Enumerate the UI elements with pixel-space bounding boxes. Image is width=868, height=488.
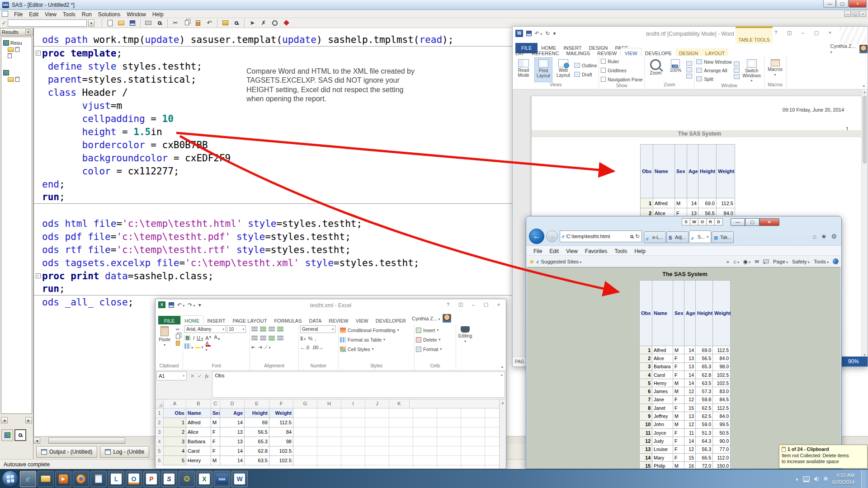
zoom-button[interactable]: Zoom (646, 57, 665, 82)
command-input[interactable] (8, 19, 87, 27)
taskbar-file-explorer[interactable] (38, 471, 54, 487)
grid-cell[interactable]: F (211, 427, 220, 437)
draft-button[interactable]: Draft (574, 70, 597, 78)
grid-cell[interactable]: 65.3 (245, 437, 269, 446)
taskbar-notepad[interactable] (90, 471, 107, 487)
grid-cell[interactable]: 1 (164, 418, 186, 427)
grid-cell[interactable]: 102.5 (269, 446, 293, 456)
grid-cell[interactable]: 102.5 (269, 456, 293, 465)
letter-button-d[interactable]: D (714, 218, 723, 225)
safety-menu[interactable]: Safety (792, 259, 810, 264)
account-area[interactable]: Cynthia Z... (830, 43, 868, 56)
format-painter-icon[interactable] (174, 340, 181, 346)
taskbar-sas-app[interactable]: S (161, 471, 177, 487)
insert-function-icon[interactable]: fx (205, 373, 208, 379)
read-mail-icon[interactable]: ✉ (755, 258, 759, 265)
sas-menu-item[interactable]: Edit (26, 11, 42, 18)
excel-grid[interactable]: ABCDEFGHIJK 1ObsNameSexAgeHeightWeight21… (156, 399, 500, 469)
undo-icon[interactable]: ↶ (204, 19, 214, 27)
search-icon[interactable] (630, 235, 633, 238)
decrease-font-icon[interactable]: A▼ (214, 334, 221, 341)
mdi-restore-button[interactable]: ▢ (852, 11, 859, 17)
grid-cell[interactable]: 3 (164, 437, 186, 446)
grid-cell[interactable]: 4 (164, 446, 186, 456)
grid-cell[interactable]: 56.5 (245, 427, 269, 437)
tab-close-icon[interactable]: ✕ (706, 235, 709, 239)
word-zoom-badge[interactable]: 90% (840, 357, 868, 366)
ribbon-options-icon[interactable]: ◫ (783, 28, 795, 37)
show-desktop-button[interactable] (861, 470, 866, 488)
results-scrollbar[interactable]: ◀ ▶ (1, 417, 32, 424)
grid-cell[interactable]: 13 (220, 437, 245, 446)
browser-tab-active[interactable]: eS...✕ (689, 230, 711, 243)
align-right-icon[interactable] (269, 336, 275, 341)
maximize-button[interactable]: ▢ (811, 28, 822, 37)
minimize-button[interactable]: — (823, 0, 836, 8)
add-favorite-icon[interactable]: ★ (529, 258, 535, 265)
browse-icon[interactable] (231, 19, 241, 27)
grid-cell[interactable]: M (211, 418, 220, 427)
navigation-pane-checkbox[interactable]: Navigation Pane (601, 75, 642, 83)
sas-menu-item[interactable]: Help (149, 11, 167, 18)
taskbar-powerpoint[interactable]: P (143, 471, 160, 487)
align-middle-icon[interactable] (260, 327, 266, 332)
grid-cell[interactable]: Age (220, 408, 245, 418)
avatar[interactable] (859, 45, 868, 53)
minimize-button[interactable]: – (797, 28, 809, 37)
italic-button[interactable]: I (193, 335, 194, 341)
outline-button[interactable]: Outline (574, 61, 597, 69)
address-bar[interactable]: e C:\temp\testht.html ↻ (560, 230, 642, 242)
zoom-100-button[interactable]: 100% (666, 57, 684, 82)
grid-cell[interactable]: Weight (269, 408, 293, 418)
scroll-down-icon[interactable]: ▼ (863, 353, 866, 357)
format-cells-button[interactable]: Format (416, 345, 454, 353)
end-icon[interactable] (281, 19, 291, 27)
break-icon[interactable] (270, 19, 280, 27)
grid-cell[interactable]: Alfred (186, 418, 211, 427)
ie-menu-item[interactable]: File (530, 248, 546, 254)
editing-button[interactable]: Editing (458, 325, 473, 363)
font-color-icon[interactable]: A (206, 341, 211, 352)
log-window-tab[interactable]: Log - (Untitle (100, 446, 149, 458)
print-preview-icon[interactable] (155, 19, 165, 27)
letter-button-s[interactable]: S (682, 218, 690, 225)
grid-cell[interactable]: M (211, 456, 220, 465)
taskbar-firefox[interactable] (73, 471, 89, 487)
checkbox-icon[interactable] (601, 77, 606, 82)
scroll-thumb[interactable] (863, 96, 867, 164)
column-header[interactable]: F (269, 399, 293, 408)
results-close-icon[interactable]: ✕ (25, 29, 31, 35)
letter-button-r[interactable]: R (706, 218, 715, 225)
increase-font-icon[interactable]: A▲ (205, 335, 212, 341)
taskbar-internet-explorer[interactable]: e (20, 471, 36, 487)
decrease-decimal-icon[interactable]: .00→ (311, 345, 323, 350)
taskbar-excel[interactable]: X (196, 471, 212, 487)
grid-cell[interactable]: F (211, 437, 220, 446)
help-icon[interactable]: ? (833, 258, 839, 264)
enter-entry-icon[interactable]: ✓ (198, 373, 202, 379)
grid-cell[interactable]: 5 (164, 456, 186, 465)
gridlines-checkbox[interactable]: Gridlines (601, 66, 642, 74)
avatar[interactable] (443, 314, 451, 323)
feeds-icon[interactable]: ◉ (743, 258, 750, 265)
taskbar-outlook[interactable]: O (126, 471, 142, 487)
name-box[interactable]: A1 (156, 371, 187, 380)
scroll-thumb[interactable] (48, 437, 125, 444)
format-as-table-button[interactable]: Format as Table (340, 336, 413, 343)
column-header[interactable]: K (389, 399, 410, 408)
page-width-icon[interactable] (686, 74, 692, 79)
merge-center-icon[interactable] (277, 336, 283, 341)
cell-styles-button[interactable]: Cell Styles (340, 345, 413, 353)
network-icon[interactable] (803, 476, 810, 481)
number-format-select[interactable]: General (300, 325, 335, 333)
decrease-indent-icon[interactable]: ⇤ (251, 344, 255, 350)
new-document-icon[interactable] (105, 19, 115, 27)
fill-color-icon[interactable] (195, 344, 203, 349)
grid-cell[interactable]: Obs (164, 408, 186, 418)
font-name-select[interactable]: Arial, Albany (184, 325, 226, 333)
taskbar-sas[interactable]: sas (214, 471, 230, 487)
align-top-icon[interactable] (251, 327, 258, 332)
orientation-icon[interactable]: ⟋ (264, 344, 270, 350)
mdi-minimize-button[interactable]: — (844, 11, 851, 17)
paste-button[interactable]: Paste (157, 325, 172, 363)
